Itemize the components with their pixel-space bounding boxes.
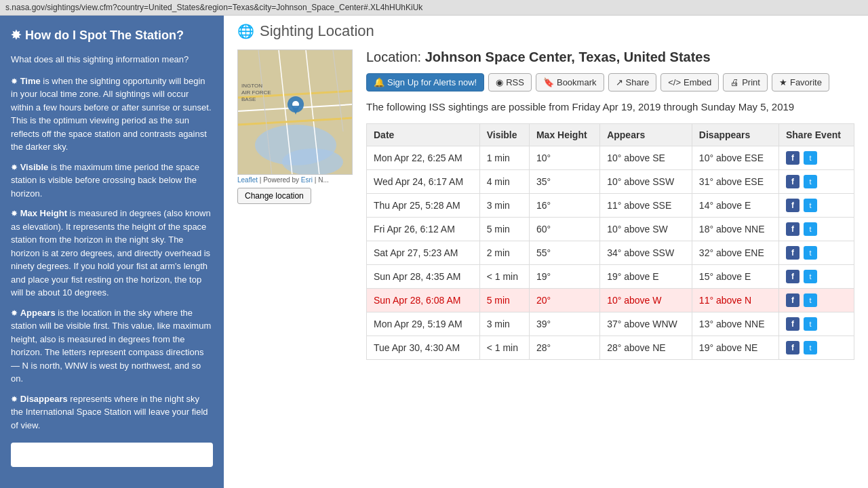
cell-appears: 28° above NE <box>600 336 692 360</box>
leaflet-link[interactable]: Leaflet <box>237 176 258 184</box>
facebook-share-button[interactable]: f <box>786 199 800 212</box>
embed-button[interactable]: </> Embed <box>660 73 719 92</box>
facebook-share-button[interactable]: f <box>786 222 800 236</box>
facebook-share-button[interactable]: f <box>786 175 800 188</box>
twitter-share-button[interactable]: t <box>804 175 817 188</box>
rss-label: RSS <box>506 77 524 87</box>
facebook-share-button[interactable]: f <box>786 293 800 307</box>
cell-visible: 1 min <box>479 146 529 170</box>
twitter-share-button[interactable]: t <box>804 151 817 165</box>
twitter-share-button[interactable]: t <box>804 246 817 260</box>
print-label: Print <box>742 77 760 87</box>
facebook-share-button[interactable]: f <box>786 151 800 165</box>
cell-maxheight: 39° <box>529 312 599 336</box>
table-row: Mon Apr 29, 5:19 AM3 min39°37° above WNW… <box>367 312 854 336</box>
facebook-share-button[interactable]: f <box>786 246 800 260</box>
rss-icon: ◉ <box>496 77 503 87</box>
cell-appears: 34° above SSW <box>600 241 692 265</box>
sidebar-section-visible: ✸ Visible is the maximum time period the… <box>11 161 213 201</box>
esri-link[interactable]: Esri <box>301 176 313 184</box>
term-maxheight: Max Height <box>20 208 67 218</box>
cell-disappears: 10° above ESE <box>692 146 778 170</box>
map-svg: INGTON AIR FORCE BASE ood eague City <box>238 50 353 175</box>
facebook-share-button[interactable]: f <box>786 341 800 354</box>
facebook-share-button[interactable]: f <box>786 270 800 283</box>
cell-date: Mon Apr 22, 6:25 AM <box>367 146 480 170</box>
twitter-share-button[interactable]: t <box>804 293 817 307</box>
time-definition: is when the sighting opportunity will be… <box>11 76 212 152</box>
cell-share: f t <box>778 194 854 218</box>
term-visible: Visible <box>20 162 49 172</box>
twitter-share-button[interactable]: t <box>804 270 817 283</box>
table-row: Thu Apr 25, 5:28 AM3 min16°11° above SSE… <box>367 194 854 218</box>
cell-disappears: 31° above ESE <box>692 170 778 194</box>
share-icon: ↗ <box>616 77 623 87</box>
term-disappears: Disappears <box>20 394 68 404</box>
twitter-share-button[interactable]: t <box>804 222 817 236</box>
sidebar: ✸ How do I Spot The Station? What does a… <box>0 16 224 488</box>
sidebar-input-area <box>11 443 213 467</box>
alert-label: Sign Up for Alerts now! <box>387 77 477 87</box>
table-row: Wed Apr 24, 6:17 AM4 min35°10° above SSW… <box>367 170 854 194</box>
cell-appears: 10° above SSW <box>600 170 692 194</box>
facebook-share-button[interactable]: f <box>786 317 800 331</box>
cell-date: Sun Apr 28, 4:35 AM <box>367 265 480 289</box>
cell-maxheight: 55° <box>529 241 599 265</box>
table-row: Fri Apr 26, 6:12 AM5 min60°10° above SW1… <box>367 218 854 241</box>
sidebar-section-time: ✸ Time is when the sighting opportunity … <box>11 75 213 154</box>
cell-disappears: 14° above E <box>692 194 778 218</box>
cell-maxheight: 10° <box>529 146 599 170</box>
cell-date: Wed Apr 24, 6:17 AM <box>367 170 480 194</box>
globe-icon: 🌐 <box>237 23 254 39</box>
col-share: Share Event <box>778 124 854 146</box>
table-header-row: Date Visible Max Height Appears Disappea… <box>367 124 854 146</box>
appears-definition: is the location in the sky where the sta… <box>11 308 211 384</box>
favorite-label: Favorite <box>790 77 822 87</box>
twitter-share-button[interactable]: t <box>804 341 817 354</box>
alert-button[interactable]: 🔔 Sign Up for Alerts now! <box>366 73 484 92</box>
table-row: Mon Apr 22, 6:25 AM1 min10°10° above SE1… <box>367 146 854 170</box>
cell-maxheight: 19° <box>529 265 599 289</box>
sidebar-title: ✸ How do I Spot The Station? <box>11 26 213 45</box>
sightings-intro: The following ISS sightings are possible… <box>366 101 854 113</box>
print-icon: 🖨 <box>730 77 739 87</box>
bookmark-button[interactable]: 🔖 Bookmark <box>536 73 604 92</box>
svg-text:BASE: BASE <box>241 96 256 102</box>
favorite-button[interactable]: ★ Favorite <box>772 73 829 92</box>
cell-disappears: 11° above N <box>692 289 778 312</box>
twitter-share-button[interactable]: t <box>804 317 817 331</box>
cell-visible: 4 min <box>479 170 529 194</box>
right-panel: Location: Johnson Space Center, Texas, U… <box>366 49 854 360</box>
cell-appears: 37° above WNW <box>600 312 692 336</box>
cell-date: Thu Apr 25, 5:28 AM <box>367 194 480 218</box>
bell-icon: 🔔 <box>374 77 384 87</box>
cell-disappears: 18° above NNE <box>692 218 778 241</box>
cell-share: f t <box>778 336 854 360</box>
cell-visible: 3 min <box>479 194 529 218</box>
cell-visible: 5 min <box>479 218 529 241</box>
cell-date: Sat Apr 27, 5:23 AM <box>367 241 480 265</box>
sidebar-section-maxheight: ✸ Max Height is measured in degrees (als… <box>11 207 213 300</box>
page-title-text: Sighting Location <box>260 22 374 40</box>
twitter-share-button[interactable]: t <box>804 199 817 212</box>
cell-maxheight: 28° <box>529 336 599 360</box>
page-title: 🌐 Sighting Location <box>237 22 854 40</box>
asterisk-icon-time: ✸ <box>11 77 18 86</box>
cell-visible: 3 min <box>479 312 529 336</box>
table-row: Sun Apr 28, 6:08 AM5 min20°10° above W11… <box>367 289 854 312</box>
share-button[interactable]: ↗ Share <box>608 73 657 92</box>
cell-share: f t <box>778 146 854 170</box>
table-row: Sun Apr 28, 4:35 AM< 1 min19°19° above E… <box>367 265 854 289</box>
change-location-button[interactable]: Change location <box>237 188 311 204</box>
cell-maxheight: 16° <box>529 194 599 218</box>
print-button[interactable]: 🖨 Print <box>723 73 768 92</box>
location-label: Location: <box>366 49 421 64</box>
sidebar-section-appears: ✸ Appears is the location in the sky whe… <box>11 306 213 386</box>
bookmark-icon: 🔖 <box>543 77 554 87</box>
location-section: INGTON AIR FORCE BASE ood eague City Lea… <box>237 49 854 360</box>
cell-visible: < 1 min <box>479 265 529 289</box>
table-row: Tue Apr 30, 4:30 AM< 1 min28°28° above N… <box>367 336 854 360</box>
term-time: Time <box>20 76 41 86</box>
rss-button[interactable]: ◉ RSS <box>488 73 532 92</box>
bookmark-label: Bookmark <box>557 77 597 87</box>
